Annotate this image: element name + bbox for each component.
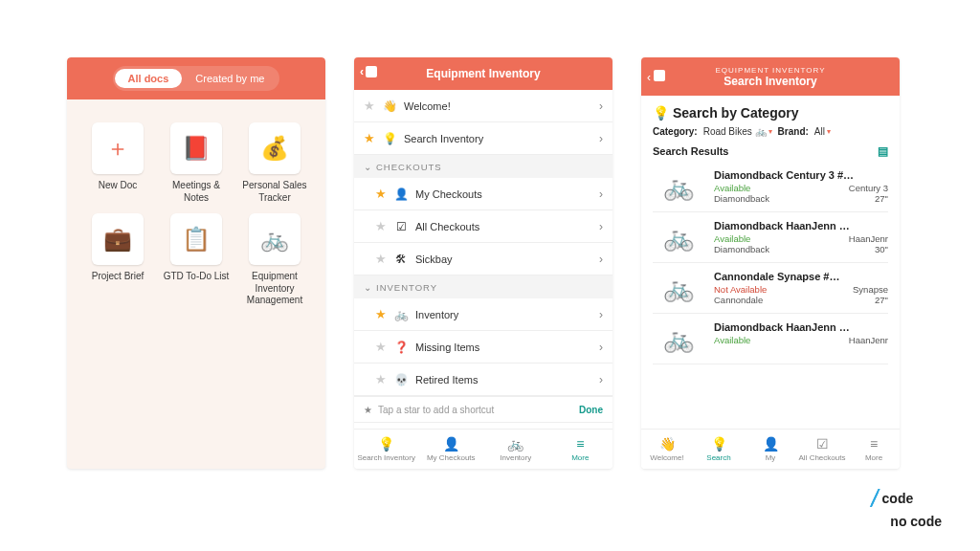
tab-label: More: [571, 453, 589, 462]
result-item[interactable]: 🚲 Diamondback HaanJenn … AvailableHaanJe…: [653, 212, 888, 263]
tab-my[interactable]: 👤My: [745, 430, 796, 469]
tab-search-inventory[interactable]: 💡Search Inventory: [354, 430, 419, 469]
tile-project-brief-label: Project Brief: [92, 271, 144, 283]
tile-equip[interactable]: 🚲Equipment Inventory Management: [237, 213, 312, 307]
tile-equip-label: Equipment Inventory Management: [237, 271, 312, 307]
tile-gtd-icon: 📋: [170, 213, 222, 265]
star-icon[interactable]: ★: [375, 307, 387, 321]
back-button[interactable]: ‹: [360, 65, 377, 78]
header-title: Search Inventory: [724, 75, 816, 88]
star-icon[interactable]: ★: [375, 372, 387, 386]
results-header: Search Results: [653, 145, 728, 157]
tab-icon: 🚲: [507, 436, 523, 452]
result-item[interactable]: 🚲 Cannondale Synapse #… Not AvailableSyn…: [653, 263, 888, 314]
chevron-right-icon: ›: [599, 341, 603, 354]
tile-new-doc-label: New Doc: [99, 180, 138, 192]
phone-search-inventory: ‹ EQUIPMENT INVENTORY Search Inventory 💡…: [641, 57, 900, 469]
phone-equip-inventory: ‹ Equipment Inventory ★👋Welcome!›★💡Searc…: [354, 57, 612, 469]
list-row[interactable]: ★💀Retired Items›: [354, 364, 612, 396]
chevron-right-icon: ›: [599, 187, 603, 201]
result-name: Cannondale Synapse #…: [714, 271, 888, 282]
search-header: ‹ EQUIPMENT INVENTORY Search Inventory: [641, 57, 900, 96]
result-model: Century 3: [849, 183, 888, 193]
row-label: My Checkouts: [415, 188, 591, 200]
star-icon[interactable]: ★: [375, 219, 387, 233]
tab-icon: ≡: [870, 436, 878, 452]
brand-logo: /code no code: [871, 484, 942, 530]
tab-bar: 💡Search Inventory👤My Checkouts🚲Inventory…: [354, 429, 612, 469]
result-size: 27": [875, 193, 888, 204]
brand-dropdown[interactable]: All ▾: [814, 126, 831, 137]
tab-label: All Checkouts: [799, 453, 846, 462]
layout-toggle-icon[interactable]: ▤: [878, 144, 888, 158]
tab-icon: ☑: [816, 436, 829, 452]
tab-icon: 👤: [763, 436, 779, 452]
row-icon: ☑: [394, 220, 408, 233]
tab-icon: 💡: [711, 436, 727, 452]
shortcut-hint-row: ★ Tap a star to add a shortcut Done: [354, 396, 612, 423]
row-icon: 💀: [394, 373, 408, 386]
tile-equip-icon: 🚲: [249, 213, 301, 265]
star-icon: ★: [364, 405, 372, 415]
list-row[interactable]: ★👤My Checkouts›: [354, 178, 612, 210]
tile-project-brief[interactable]: 💼Project Brief: [80, 213, 155, 307]
list-row[interactable]: ★❓Missing Items›: [354, 331, 612, 364]
tab-label: My: [766, 453, 776, 462]
tab-more[interactable]: ≡More: [548, 430, 613, 469]
tab-label: Inventory: [500, 453, 531, 462]
seg-all-docs[interactable]: All docs: [115, 69, 183, 88]
row-label: Sickbay: [415, 253, 591, 265]
tab-welcome![interactable]: 👋Welcome!: [641, 430, 693, 469]
tile-gtd-label: GTD To-Do List: [164, 271, 230, 283]
tile-gtd[interactable]: 📋GTD To-Do List: [159, 213, 234, 307]
star-icon[interactable]: ★: [375, 187, 387, 201]
brand-label: Brand:: [778, 126, 809, 137]
tile-meetings[interactable]: 📕Meetings & Notes: [159, 122, 234, 204]
tile-sales[interactable]: 💰Personal Sales Tracker: [237, 122, 312, 204]
tile-sales-icon: 💰: [249, 122, 301, 174]
status-badge: Available: [714, 233, 750, 244]
tile-new-doc[interactable]: ＋New Doc: [80, 122, 155, 204]
star-icon[interactable]: ★: [375, 340, 387, 354]
category-label: Category:: [653, 126, 698, 137]
phone-docs-home: All docs Created by me ＋New Doc📕Meetings…: [67, 57, 325, 469]
tab-search[interactable]: 💡Search: [693, 430, 745, 469]
tab-inventory[interactable]: 🚲Inventory: [483, 430, 548, 469]
result-name: Diamondback HaanJenn …: [714, 321, 888, 333]
row-label: Search Inventory: [404, 133, 591, 144]
tab-more[interactable]: ≡More: [848, 430, 900, 469]
brand-line2: no code: [890, 514, 942, 530]
star-icon[interactable]: ★: [364, 131, 375, 145]
status-badge: Available: [714, 183, 750, 193]
tile-meetings-label: Meetings & Notes: [159, 180, 234, 204]
tab-label: Welcome!: [650, 453, 683, 462]
result-item[interactable]: 🚲 Diamondback Century 3 #… AvailableCent…: [653, 162, 888, 212]
section-header[interactable]: ⌄ CHECKOUTS: [354, 155, 612, 178]
row-label: Welcome!: [404, 100, 591, 112]
list-row[interactable]: ★💡Search Inventory›: [354, 122, 612, 155]
list-row[interactable]: ★🛠Sickbay›: [354, 243, 612, 276]
row-icon: ❓: [394, 341, 408, 354]
hint-text: Tap a star to add a shortcut: [378, 405, 494, 415]
chevron-right-icon: ›: [599, 308, 603, 321]
list-row[interactable]: ★☑All Checkouts›: [354, 210, 612, 243]
result-item[interactable]: 🚲 Diamondback HaanJenn … AvailableHaanJe…: [653, 314, 888, 364]
tab-all-checkouts[interactable]: ☑All Checkouts: [796, 430, 848, 469]
tile-sales-label: Personal Sales Tracker: [237, 180, 312, 204]
result-size: 30": [875, 244, 888, 254]
tab-icon: ≡: [576, 436, 584, 452]
list-row[interactable]: ★👋Welcome!›: [354, 90, 612, 122]
bike-thumb-icon: 🚲: [653, 169, 704, 204]
seg-created-by-me[interactable]: Created by me: [182, 69, 278, 88]
row-icon: 💡: [383, 132, 396, 145]
tab-my-checkouts[interactable]: 👤My Checkouts: [419, 430, 484, 469]
chevron-right-icon: ›: [599, 220, 603, 233]
tab-icon: 👤: [443, 436, 459, 452]
done-button[interactable]: Done: [579, 405, 603, 415]
star-icon[interactable]: ★: [375, 252, 387, 266]
star-icon[interactable]: ★: [364, 99, 375, 113]
list-row[interactable]: ★🚲Inventory›: [354, 298, 612, 331]
section-header[interactable]: ⌄ INVENTORY: [354, 276, 612, 298]
category-dropdown[interactable]: Road Bikes 🚲 ▾: [703, 126, 772, 137]
back-button[interactable]: ‹: [647, 70, 665, 84]
